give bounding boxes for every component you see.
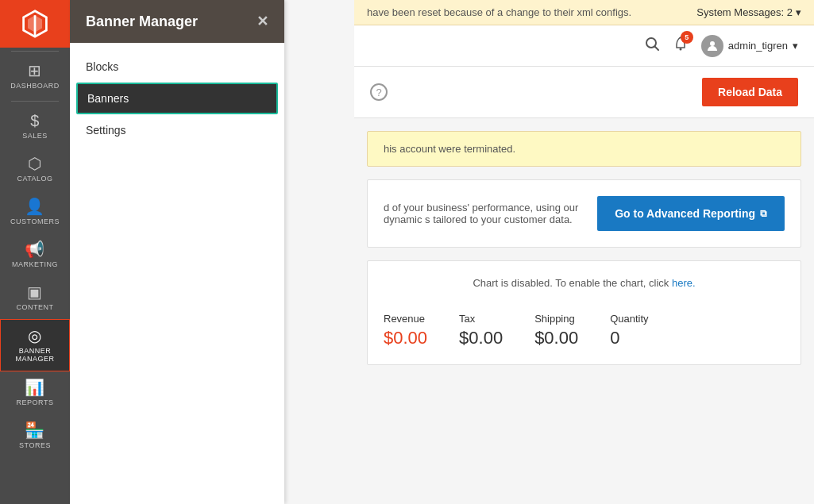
dashboard-icon: ⊞ [28, 63, 42, 79]
chart-enable-link[interactable]: here. [672, 277, 696, 289]
avatar [701, 35, 723, 57]
page-title-area: ? [370, 83, 388, 101]
sidebar-item-label: SALES [22, 132, 48, 140]
svg-point-6 [710, 41, 715, 46]
system-messages-dropdown-icon: ▾ [796, 6, 801, 18]
stat-revenue-label: Revenue [384, 313, 427, 325]
sidebar-item-label: CUSTOMERS [10, 217, 60, 225]
admin-dropdown-icon: ▾ [793, 40, 798, 52]
banner-menu-item-blocks[interactable]: Blocks [70, 51, 284, 83]
sidebar-item-sales[interactable]: $ SALES [0, 105, 70, 148]
svg-line-4 [654, 47, 658, 51]
stats-row: Revenue $0.00 Tax $0.00 Shipping $0.00 Q… [384, 305, 785, 348]
sidebar-item-marketing[interactable]: 📢 MARKETING [0, 233, 70, 276]
sales-icon: $ [30, 113, 40, 129]
warning-message: his account were terminated. [384, 143, 515, 155]
help-icon[interactable]: ? [370, 83, 388, 101]
sidebar-item-stores[interactable]: 🏪 STORES [0, 414, 70, 457]
sidebar-item-dashboard[interactable]: ⊞ DASHBOARD [0, 55, 70, 98]
sidebar-item-banner-manager[interactable]: ◎ BANNER MANAGER [0, 319, 70, 371]
stat-quantity-label: Quantity [610, 313, 648, 325]
sidebar-logo [0, 0, 70, 48]
sidebar-item-label: DASHBOARD [10, 82, 60, 90]
stat-shipping-value: $0.00 [534, 328, 578, 348]
marketing-icon: 📢 [25, 241, 45, 257]
system-bar-message: have been reset because of a change to t… [367, 6, 631, 18]
stat-tax: Tax $0.00 [459, 313, 503, 348]
stores-icon: 🏪 [25, 422, 45, 438]
sidebar-item-label: MARKETING [12, 260, 58, 268]
banner-panel-menu: Blocks Banners Settings [70, 43, 284, 154]
sidebar-item-label: STORES [19, 441, 51, 449]
sidebar-item-label: REPORTS [17, 398, 54, 406]
page-header: ? Reload Data [354, 67, 814, 118]
system-bar: have been reset because of a change to t… [354, 0, 814, 25]
advanced-reporting-button[interactable]: Go to Advanced Reporting ⧉ [597, 196, 785, 231]
customers-icon: 👤 [25, 198, 45, 214]
reporting-text: d of your business' performance, using o… [384, 202, 597, 225]
banner-manager-icon: ◎ [28, 328, 42, 344]
warning-banner: his account were terminated. [367, 131, 801, 167]
content-icon: ▣ [27, 284, 43, 300]
banner-manager-panel: Banner Manager ✕ Blocks Banners Settings [70, 0, 284, 504]
notification-button[interactable]: 5 [673, 36, 689, 56]
chart-section: Chart is disabled. To enable the chart, … [367, 260, 801, 365]
sidebar-item-reports[interactable]: 📊 REPORTS [0, 371, 70, 414]
sidebar-divider-2 [11, 101, 59, 102]
banner-menu-item-banners[interactable]: Banners [76, 83, 278, 114]
reports-icon: 📊 [25, 379, 45, 395]
sidebar-divider [11, 51, 59, 52]
sidebar-item-customers[interactable]: 👤 CUSTOMERS [0, 190, 70, 233]
notification-badge: 5 [681, 31, 693, 44]
external-link-icon: ⧉ [760, 208, 767, 219]
stat-shipping: Shipping $0.00 [534, 313, 578, 348]
banner-panel-title: Banner Manager [86, 13, 198, 30]
stat-tax-label: Tax [459, 313, 503, 325]
main-content: have been reset because of a change to t… [354, 0, 814, 504]
stat-shipping-label: Shipping [534, 313, 578, 325]
search-button[interactable] [644, 36, 660, 56]
reload-data-button[interactable]: Reload Data [702, 78, 798, 106]
svg-point-5 [679, 48, 681, 51]
sidebar-item-catalog[interactable]: ⬡ CATALOG [0, 148, 70, 190]
banner-panel-close-button[interactable]: ✕ [257, 13, 268, 30]
top-header: 5 admin_tigren ▾ [354, 25, 814, 67]
sidebar: ⊞ DASHBOARD $ SALES ⬡ CATALOG 👤 CUSTOMER… [0, 0, 70, 504]
sidebar-item-label: CONTENT [17, 303, 54, 311]
banner-menu-item-settings[interactable]: Settings [70, 114, 284, 146]
reporting-button-label: Go to Advanced Reporting [615, 207, 755, 220]
system-messages-label: System Messages: 2 [696, 6, 793, 18]
stat-revenue: Revenue $0.00 [384, 313, 427, 348]
sidebar-item-label: CATALOG [17, 175, 52, 183]
sidebar-item-content[interactable]: ▣ CONTENT [0, 276, 70, 319]
admin-name: admin_tigren [728, 40, 788, 52]
sidebar-item-label: BANNER MANAGER [4, 347, 66, 363]
stat-quantity: Quantity 0 [610, 313, 648, 348]
catalog-icon: ⬡ [28, 156, 42, 171]
banner-panel-header: Banner Manager ✕ [70, 0, 284, 43]
system-messages-button[interactable]: System Messages: 2 ▾ [696, 6, 801, 18]
page-content: ? Reload Data his account were terminate… [354, 67, 814, 504]
chart-disabled-message: Chart is disabled. To enable the chart, … [384, 277, 785, 289]
stat-tax-value: $0.00 [459, 328, 503, 348]
stat-quantity-value: 0 [610, 328, 648, 348]
stat-revenue-value: $0.00 [384, 328, 427, 348]
reporting-section: d of your business' performance, using o… [367, 179, 801, 248]
admin-user-menu[interactable]: admin_tigren ▾ [701, 35, 798, 57]
